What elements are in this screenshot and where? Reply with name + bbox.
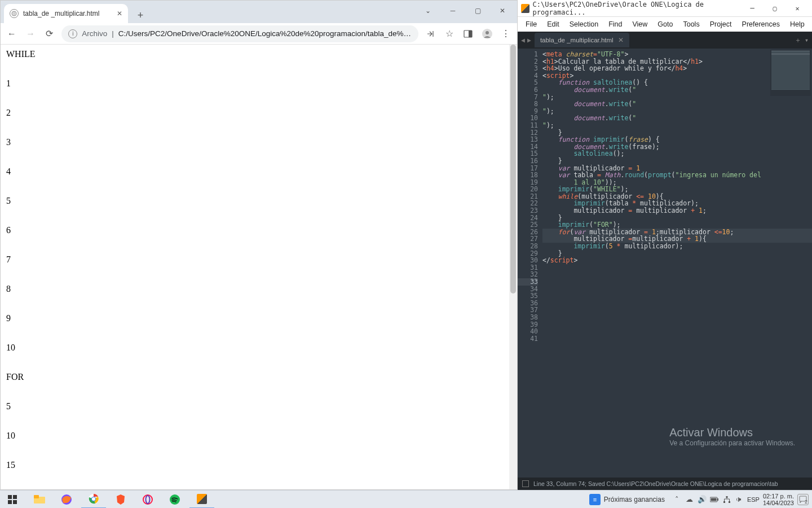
new-tab-button[interactable]: + [133, 7, 148, 23]
code-area[interactable]: <meta charset="UTF-8"><h1>Calcular la ta… [542, 49, 812, 478]
notifications-icon[interactable]: 2 [797, 494, 809, 505]
line-number: 35 [518, 292, 538, 300]
spotify-icon[interactable] [162, 491, 187, 509]
page-output-line: 6 [6, 225, 511, 235]
svg-rect-2 [469, 30, 472, 37]
menu-item[interactable]: Tools [679, 19, 703, 29]
line-number: 38 [518, 314, 538, 321]
share-icon[interactable] [424, 27, 437, 41]
svg-point-4 [486, 31, 489, 34]
page-output-line: 5 [6, 401, 511, 411]
line-number: 30 [518, 257, 538, 264]
page-output-line: 8 [6, 284, 511, 294]
line-number: 18 [518, 172, 538, 179]
menu-item[interactable]: Goto [654, 19, 676, 29]
network-icon[interactable] [722, 496, 731, 503]
line-number: 23 [518, 207, 538, 214]
close-icon[interactable]: ✕ [786, 1, 809, 16]
sublime-taskbar-icon[interactable] [189, 491, 214, 509]
menu-item[interactable]: Find [605, 19, 625, 29]
language-indicator[interactable]: ESP [747, 496, 760, 503]
svg-point-15 [143, 495, 152, 504]
editor-tab[interactable]: tabla_de _multiplicar.html ✕ [535, 33, 629, 47]
line-number: 6 [518, 86, 538, 94]
page-output-line: 1 [6, 78, 511, 89]
brave-icon[interactable] [108, 491, 133, 509]
line-number: 25 [518, 221, 538, 229]
side-panel-icon[interactable] [462, 27, 475, 41]
minimize-icon[interactable]: ─ [440, 3, 465, 19]
plus-icon[interactable]: ＋ [795, 36, 801, 45]
minimize-icon[interactable]: ─ [741, 1, 764, 16]
volume-icon[interactable]: 🔊 [698, 495, 707, 503]
svg-point-16 [146, 496, 150, 503]
page-output-line: 10 [6, 431, 511, 441]
nav-forward-icon[interactable]: ▶ [527, 36, 531, 44]
news-widget[interactable]: ≡ Próximas ganancias [585, 494, 669, 505]
minimap[interactable] [770, 50, 811, 96]
kebab-menu-icon[interactable]: ⋮ [500, 27, 513, 41]
clock[interactable]: 02:17 p. m. 14/04/2023 [763, 493, 794, 506]
time-text: 02:17 p. m. [763, 493, 794, 500]
menu-item[interactable]: Selection [566, 19, 602, 29]
svg-point-14 [92, 497, 95, 501]
volume-icon-2[interactable]: 🕩 [735, 495, 744, 503]
forward-icon[interactable]: → [24, 27, 37, 41]
sublime-logo-icon [521, 4, 529, 13]
menu-item[interactable]: Edit [544, 19, 563, 29]
line-number: 3 [518, 65, 538, 72]
reload-icon[interactable]: ⟳ [43, 27, 56, 41]
menu-item[interactable]: Project [707, 19, 735, 29]
taskbar: ≡ Próximas ganancias ˄ ☁ 🔊 🕩 ESP 02:17 p… [0, 490, 812, 508]
page-output-line: 7 [6, 255, 511, 265]
close-tab-icon[interactable]: ✕ [618, 36, 624, 44]
dropdown-icon[interactable]: ▾ [805, 36, 809, 45]
chevron-up-icon[interactable]: ˄ [673, 495, 682, 503]
line-number: 20 [518, 186, 538, 193]
menu-item[interactable]: File [522, 19, 540, 29]
close-icon[interactable]: ✕ [490, 3, 515, 19]
battery-icon[interactable] [710, 497, 719, 502]
back-icon[interactable]: ← [5, 27, 18, 41]
chrome-icon[interactable] [81, 491, 106, 509]
chevron-down-icon[interactable]: ⌄ [416, 3, 440, 19]
sublime-window: C:\Users\PC2\OneDrive\Oracle ONE\Logica … [518, 0, 812, 490]
start-button[interactable] [0, 491, 25, 509]
line-number: 1 [518, 51, 538, 58]
address-bar[interactable]: i Archivo | C:/Users/PC2/OneDrive/Oracle… [61, 25, 418, 42]
menu-item[interactable]: Help [787, 19, 808, 29]
onedrive-icon[interactable]: ☁ [685, 495, 694, 503]
page-output-line: FOR [6, 372, 511, 382]
opera-gx-icon[interactable] [135, 491, 160, 509]
svg-rect-7 [8, 500, 12, 504]
editor-tab-label: tabla_de _multiplicar.html [540, 37, 614, 43]
nav-back-icon[interactable]: ◀ [521, 36, 525, 44]
line-gutter: 1234567891011121314151617181920212223242… [518, 49, 542, 478]
close-tab-icon[interactable]: ✕ [117, 10, 122, 17]
svg-rect-10 [34, 495, 39, 498]
menu-item[interactable]: View [629, 19, 651, 29]
page-output-line: 3 [6, 137, 511, 147]
menu-item[interactable]: Preferences [739, 19, 783, 29]
scrollbar[interactable] [509, 45, 517, 489]
sublime-tabbar: ◀ ▶ tabla_de _multiplicar.html ✕ ＋ ▾ [518, 32, 812, 49]
star-icon[interactable]: ☆ [443, 27, 456, 41]
svg-rect-21 [723, 501, 725, 503]
line-number: 16 [518, 157, 538, 165]
firefox-icon[interactable] [54, 491, 79, 509]
scroll-thumb[interactable] [510, 45, 516, 294]
maximize-icon[interactable]: ▢ [465, 3, 490, 19]
svg-rect-23 [729, 501, 730, 503]
svg-rect-8 [13, 500, 17, 504]
panel-toggle-icon[interactable] [522, 480, 529, 487]
svg-rect-6 [13, 495, 17, 499]
profile-icon[interactable] [480, 27, 493, 41]
page-output-line: 10 [6, 343, 511, 353]
browser-tab[interactable]: tabla_de _multiplicar.html ✕ [4, 4, 128, 23]
chrome-toolbar: ← → ⟳ i Archivo | C:/Users/PC2/OneDrive/… [1, 23, 517, 45]
page-output-line: WHILE [6, 49, 511, 59]
file-explorer-icon[interactable] [27, 491, 52, 509]
globe-icon [10, 9, 19, 18]
sublime-menubar: FileEditSelectionFindViewGotoToolsProjec… [518, 17, 812, 32]
maximize-icon[interactable]: ▢ [764, 1, 786, 16]
